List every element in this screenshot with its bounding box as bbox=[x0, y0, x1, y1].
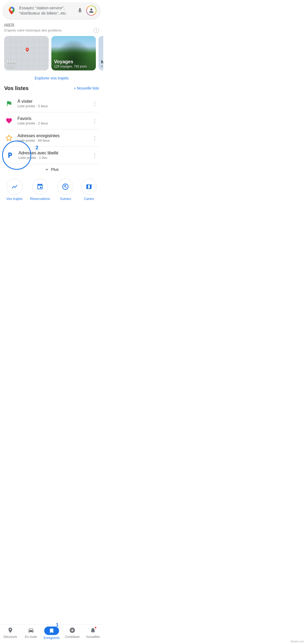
quick-actions: Vos trajets Réservations Suivies Cartes bbox=[0, 175, 103, 203]
lists-section: Vos listes + Nouvelle liste À visiter Li… bbox=[0, 85, 103, 173]
list-name-adresses-libelle: Adresses avec libellé bbox=[19, 151, 87, 155]
svg-point-0 bbox=[11, 8, 13, 11]
list-item-adresses[interactable]: Adresses enregistrées Liste privée · 69 … bbox=[4, 129, 99, 147]
quick-action-suivies[interactable]: Suivies bbox=[57, 179, 73, 201]
star-icon bbox=[4, 133, 14, 143]
badge-2: 2 bbox=[35, 145, 38, 151]
list-meta-adresses-libelle: Liste privée · 1 lieu bbox=[19, 156, 87, 160]
quick-action-reservations[interactable]: Réservations bbox=[30, 179, 50, 201]
list-more-a-visiter[interactable]: ⋮ bbox=[91, 99, 99, 108]
history-label: HIER bbox=[4, 23, 99, 28]
plus-label: Plus bbox=[51, 167, 59, 172]
card-novembre[interactable]: Novemb… 697 km e… bbox=[98, 36, 103, 70]
list-more-favoris[interactable]: ⋮ bbox=[91, 117, 99, 125]
suivies-label: Suivies bbox=[60, 197, 71, 201]
list-meta-a-visiter: Liste privée · 5 lieux bbox=[17, 104, 87, 108]
info-icon[interactable]: i bbox=[94, 28, 99, 33]
cards-row: Hier 1 lieu Voyages 129 voyages, 783 jou… bbox=[0, 36, 103, 70]
list-name-adresses: Adresses enregistrées bbox=[17, 133, 87, 138]
list-item-favoris[interactable]: Favoris Liste privée · 2 lieux ⋮ bbox=[4, 112, 99, 129]
plus-button[interactable]: Plus bbox=[4, 164, 99, 173]
card-voyages-label: Voyages 129 voyages, 783 jours bbox=[54, 59, 87, 68]
explorer-trajets-link[interactable]: Explorer vos trajets bbox=[35, 76, 69, 80]
trajets-label: Vos trajets bbox=[6, 197, 23, 201]
list-more-adresses-libelle[interactable]: ⋮ bbox=[91, 151, 99, 159]
list-meta-favoris: Liste privée · 2 lieux bbox=[17, 121, 87, 125]
list-name-a-visiter: À visiter bbox=[17, 99, 87, 104]
quick-action-trajets[interactable]: Vos trajets bbox=[6, 179, 23, 201]
list-meta-adresses: Liste privée · 69 lieux bbox=[17, 138, 87, 142]
mic-icon[interactable] bbox=[76, 7, 84, 14]
suivies-icon bbox=[57, 179, 73, 195]
card-voyages[interactable]: Voyages 129 voyages, 783 jours bbox=[51, 36, 96, 70]
lists-header: Vos listes + Nouvelle liste bbox=[4, 85, 99, 91]
quick-action-cartes[interactable]: Cartes bbox=[81, 179, 97, 201]
list-item-a-visiter[interactable]: À visiter Liste privée · 5 lieux ⋮ bbox=[4, 95, 99, 112]
card-hier[interactable]: Hier 1 lieu bbox=[4, 36, 49, 70]
flag-icon bbox=[4, 99, 14, 108]
history-section: HIER D'après votre historique des positi… bbox=[0, 21, 103, 36]
trajets-icon bbox=[7, 179, 23, 195]
list-info-favoris: Favoris Liste privée · 2 lieux bbox=[17, 116, 87, 125]
card-novembre-label: Novemb… 697 km e… bbox=[101, 60, 103, 68]
reservations-label: Réservations bbox=[30, 197, 50, 201]
list-more-adresses[interactable]: ⋮ bbox=[91, 134, 99, 142]
lists-title: Vos listes bbox=[4, 85, 29, 91]
list-name-favoris: Favoris bbox=[17, 116, 87, 121]
history-info: D'après votre historique des positions i bbox=[4, 28, 99, 32]
list-info-adresses: Adresses enregistrées Liste privée · 69 … bbox=[17, 133, 87, 142]
explorer-link[interactable]: Explorer vos trajets bbox=[0, 74, 103, 85]
heart-icon bbox=[4, 116, 14, 126]
map-pin-icon bbox=[26, 48, 29, 52]
list-info-a-visiter: À visiter Liste privée · 5 lieux bbox=[17, 99, 87, 108]
card-hier-label: Hier 1 lieu bbox=[7, 59, 16, 68]
search-bar[interactable]: Essayez "station-service", "distributeur… bbox=[3, 3, 100, 19]
reservations-icon bbox=[32, 179, 48, 195]
list-info-adresses-libelle: Adresses avec libellé Liste privée · 1 l… bbox=[19, 151, 87, 160]
cartes-label: Cartes bbox=[84, 197, 94, 201]
avatar[interactable] bbox=[86, 6, 96, 16]
new-list-button[interactable]: + Nouvelle liste bbox=[74, 86, 99, 90]
cartes-icon bbox=[81, 179, 97, 195]
parking-icon bbox=[5, 150, 15, 160]
list-item-adresses-libelle[interactable]: 2 Adresses avec libellé Liste privée · 1… bbox=[4, 147, 99, 164]
maps-logo-icon bbox=[7, 6, 16, 15]
search-input[interactable]: Essayez "station-service", "distributeur… bbox=[19, 5, 74, 16]
